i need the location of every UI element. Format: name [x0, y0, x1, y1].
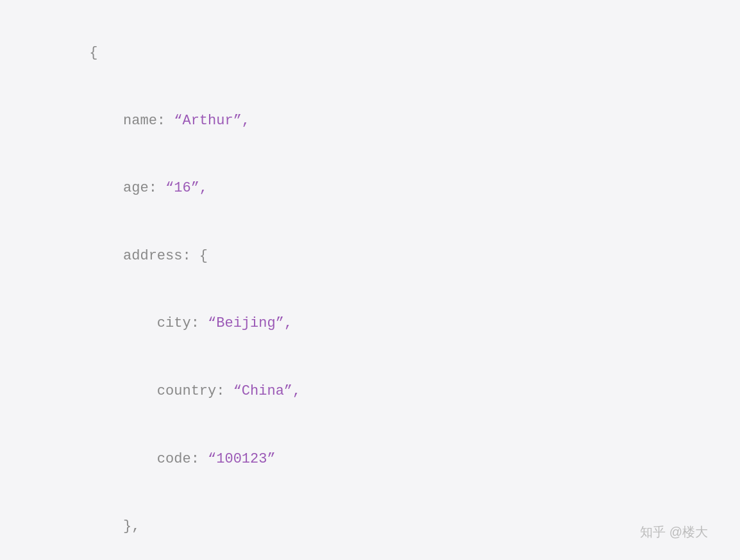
key-age: age: — [89, 180, 165, 196]
key-country: country: — [89, 383, 233, 399]
open-brace: { — [89, 45, 97, 61]
key-code: code: — [89, 451, 208, 467]
code-block: { name: “Arthur”, age: “16”, address: { … — [38, 19, 702, 560]
address-close-brace: }, — [89, 518, 140, 534]
line-code: code: “100123” — [38, 425, 702, 493]
value-name: “Arthur”, — [174, 113, 250, 129]
line-brace-open: { — [38, 19, 702, 87]
line-name: name: “Arthur”, — [38, 87, 702, 155]
key-city: city: — [89, 315, 208, 331]
watermark: 知乎 @楼大 — [640, 523, 708, 541]
value-age: “16”, — [165, 180, 208, 196]
value-city: “Beijing”, — [208, 315, 292, 331]
key-name: name: — [89, 113, 174, 129]
line-address: address: { — [38, 222, 702, 290]
value-code: “100123” — [208, 451, 276, 467]
key-address: address: { — [89, 248, 208, 264]
code-container: { name: “Arthur”, age: “16”, address: { … — [0, 0, 740, 560]
line-country: country: “China”, — [38, 358, 702, 425]
line-address-close: }, — [38, 493, 702, 560]
line-age: age: “16”, — [38, 154, 702, 222]
value-country: “China”, — [233, 383, 301, 399]
line-city: city: “Beijing”, — [38, 290, 702, 358]
